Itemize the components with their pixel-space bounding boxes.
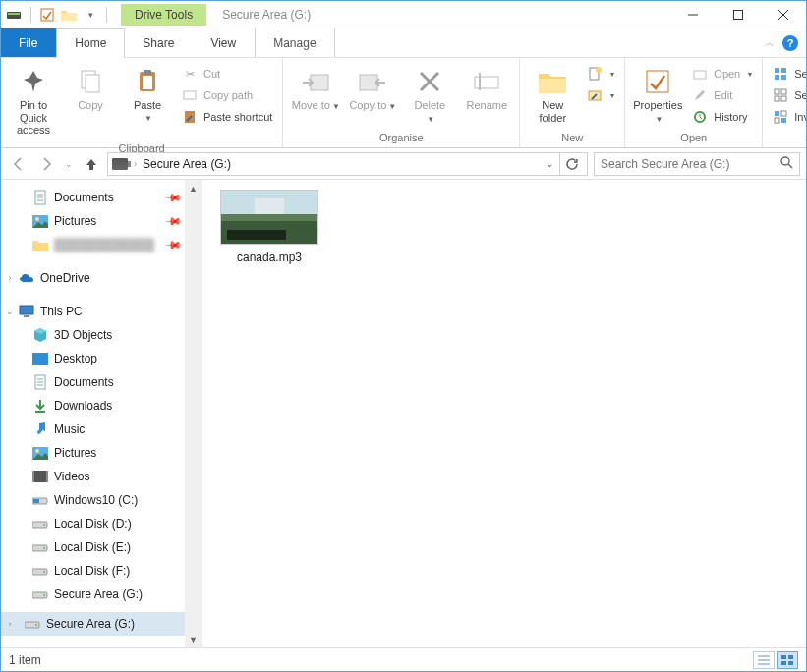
qat-folder-icon[interactable] (61, 7, 77, 23)
rename-button[interactable]: Rename (460, 62, 513, 116)
drive-icon (32, 587, 48, 602)
cut-button[interactable]: ✂Cut (178, 64, 276, 84)
tree-onedrive[interactable]: › OneDrive (1, 266, 202, 290)
tree-pc-item[interactable]: Secure Area (G:) (1, 583, 202, 606)
invert-selection-button[interactable]: Invert selection (769, 107, 807, 127)
chevron-right-icon[interactable]: › (5, 619, 15, 629)
tree-quick-item[interactable]: Documents📌 (1, 186, 202, 209)
search-box[interactable] (594, 152, 800, 176)
tree-secure-area-selected[interactable]: › Secure Area (G:) (1, 612, 202, 636)
pin-icon: 📌 (163, 235, 182, 253)
qat-properties-icon[interactable] (39, 7, 55, 23)
tree-pc-item[interactable]: Windows10 (C:) (1, 488, 202, 512)
delete-icon (414, 66, 445, 97)
pin-to-quick-access-button[interactable]: Pin to Quick access (7, 62, 60, 140)
search-input[interactable] (601, 157, 779, 171)
contextual-tab-drive-tools[interactable]: Drive Tools (121, 4, 206, 26)
tree-label: Desktop (54, 352, 97, 365)
edit-button[interactable]: Edit (688, 85, 756, 105)
new-item-button[interactable]: ▾ (583, 64, 618, 84)
svg-rect-33 (781, 89, 786, 94)
move-to-button[interactable]: Move to▼ (289, 62, 342, 116)
tab-manage[interactable]: Manage (255, 28, 334, 57)
tab-file[interactable]: File (1, 28, 56, 57)
tree-label: Local Disk (F:) (54, 564, 130, 578)
properties-button[interactable]: Properties▼ (631, 62, 684, 128)
ribbon-tabstrip: File Home Share View Manage ︿ ? (1, 28, 806, 58)
address-dropdown-icon[interactable]: ⌄ (546, 158, 553, 169)
scroll-down-icon[interactable]: ▼ (185, 631, 202, 647)
tree-label: Secure Area (G:) (46, 617, 135, 631)
tree-pc-item[interactable]: Videos (1, 465, 202, 488)
scroll-up-icon[interactable]: ▲ (185, 180, 202, 196)
tree-pc-item[interactable]: Documents (1, 370, 202, 394)
refresh-button[interactable] (559, 152, 583, 176)
open-button[interactable]: Open▾ (688, 64, 756, 84)
svg-rect-48 (20, 306, 33, 314)
copy-to-icon (357, 66, 388, 97)
chevron-right-icon[interactable]: › (5, 273, 15, 283)
svg-rect-37 (781, 111, 786, 116)
history-button[interactable]: History (688, 107, 756, 127)
navigation-tree[interactable]: Documents📌Pictures📌████████████📌 › OneDr… (1, 180, 202, 647)
back-button[interactable] (7, 152, 30, 176)
tree-pc-item[interactable]: 3D Objects (1, 323, 202, 347)
svg-rect-21 (539, 79, 566, 93)
new-folder-button[interactable]: New folder (526, 62, 579, 128)
maximize-button[interactable] (716, 1, 761, 28)
tree-pc-item[interactable]: Pictures (1, 441, 202, 465)
svg-rect-31 (781, 75, 786, 80)
tree-quick-item[interactable]: ████████████📌 (1, 233, 202, 256)
copy-button[interactable]: Copy (64, 62, 117, 116)
view-details-button[interactable] (753, 651, 775, 669)
tab-view[interactable]: View (193, 28, 255, 57)
file-item[interactable]: canada.mp3 (216, 190, 322, 264)
chevron-down-icon[interactable]: ⌄ (5, 307, 15, 316)
tab-home[interactable]: Home (56, 28, 125, 58)
tree-pc-item[interactable]: Local Disk (E:) (1, 535, 202, 559)
new-item-icon (587, 66, 603, 82)
tree-pc-item[interactable]: Desktop (1, 347, 202, 370)
recent-locations-button[interactable]: ⌄ (62, 152, 76, 176)
dl-icon (32, 398, 48, 414)
group-label-organise: Organise (289, 130, 513, 147)
tree-pc-item[interactable]: Music (1, 418, 202, 441)
tree-this-pc[interactable]: ⌄ This PC (1, 300, 202, 323)
doc-icon (32, 190, 48, 205)
up-button[interactable] (80, 152, 103, 176)
folder-icon (32, 237, 48, 252)
tree-label: Documents (54, 375, 114, 389)
svg-rect-34 (775, 96, 779, 101)
content-pane[interactable]: canada.mp3 (202, 180, 806, 647)
address-bar[interactable]: › Secure Area (G:) ⌄ (107, 152, 588, 176)
help-icon[interactable]: ? (782, 35, 798, 51)
drive-icon (112, 158, 128, 170)
svg-point-66 (43, 547, 45, 549)
qat-customize-caret-icon[interactable]: ▾ (83, 7, 98, 23)
copy-to-label: Copy to▼ (349, 99, 396, 112)
svg-point-23 (596, 67, 602, 73)
tab-share[interactable]: Share (125, 28, 193, 57)
view-thumbnails-button[interactable] (777, 651, 798, 669)
search-icon[interactable] (779, 155, 793, 172)
tree-quick-item[interactable]: Pictures📌 (1, 209, 202, 233)
delete-button[interactable]: Delete▼ (403, 62, 456, 128)
close-button[interactable] (761, 1, 806, 28)
forward-button[interactable] (34, 152, 58, 176)
paste-button[interactable]: Paste ▼ (121, 62, 174, 127)
tree-pc-item[interactable]: Downloads (1, 394, 202, 418)
file-thumbnail (220, 190, 318, 245)
select-none-button[interactable]: Select none (769, 85, 807, 105)
copy-path-button[interactable]: Copy path (178, 85, 276, 105)
copy-to-button[interactable]: Copy to▼ (346, 62, 399, 116)
paste-shortcut-button[interactable]: Paste shortcut (178, 107, 276, 127)
tree-pc-item[interactable]: Local Disk (F:) (1, 559, 202, 583)
tree-label: Secure Area (G:) (54, 588, 143, 601)
this-pc-icon (19, 304, 34, 319)
easy-access-button[interactable]: ▾ (583, 85, 618, 105)
minimize-button[interactable] (670, 1, 716, 28)
select-all-button[interactable]: Select all (769, 64, 807, 84)
tree-pc-item[interactable]: Local Disk (D:) (1, 512, 202, 535)
collapse-ribbon-icon[interactable]: ︿ (765, 36, 775, 50)
tree-scrollbar[interactable]: ▲ ▼ (185, 180, 202, 647)
